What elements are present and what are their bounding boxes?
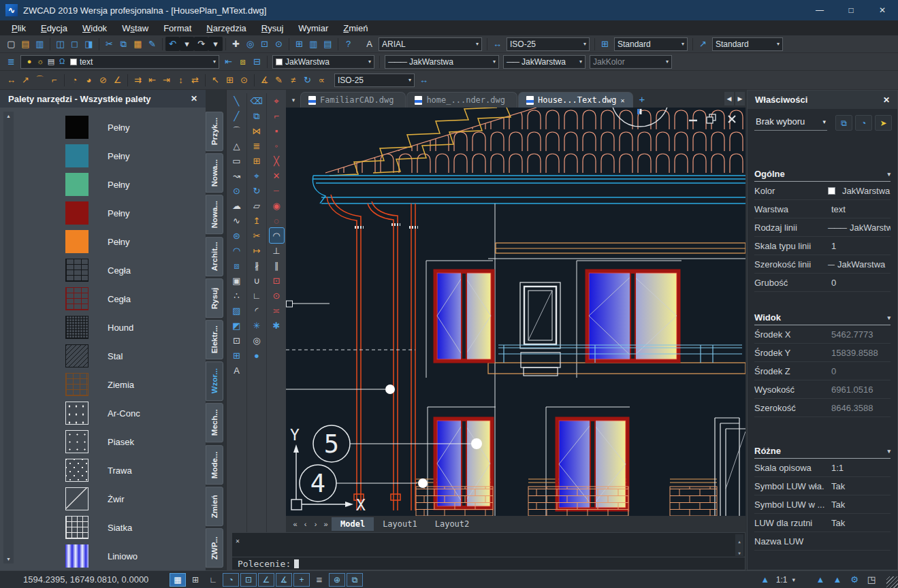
plot-icon[interactable]: ◨ xyxy=(82,37,96,51)
property-row[interactable]: Kolor JakWarstwa xyxy=(754,182,891,200)
sheet-set-icon[interactable]: ▤ xyxy=(321,37,335,51)
property-row[interactable]: Środek Y 15839.8588 xyxy=(754,344,891,362)
dim-baseline-icon[interactable]: ⇤ xyxy=(145,73,159,87)
dim-continue-icon[interactable]: ⇥ xyxy=(159,73,174,87)
document-tab[interactable]: House...Text.dwg ✕ xyxy=(518,92,633,108)
layer-lock-icon[interactable]: Ω xyxy=(57,54,67,69)
arc-icon[interactable]: ⌒ xyxy=(229,123,244,138)
palette-close-icon[interactable]: ✕ xyxy=(191,94,197,103)
dim-angular-icon[interactable]: ∠ xyxy=(110,73,125,87)
zoom-realtime-icon[interactable]: ◎ xyxy=(243,37,257,51)
open-icon[interactable]: ▤ xyxy=(18,37,33,51)
circle-icon[interactable]: ⊙ xyxy=(229,183,244,198)
quick-select-icon[interactable]: ⧉ xyxy=(835,115,852,131)
snap-tangent-icon[interactable]: ◠ xyxy=(270,228,284,243)
palette-item[interactable]: Piasek xyxy=(18,427,204,456)
snap-center-icon[interactable]: ◉ xyxy=(270,198,284,213)
print-icon[interactable]: ◫ xyxy=(53,37,67,51)
dim-style-combo-2[interactable]: ISO-25▾ xyxy=(334,74,415,87)
tab-scroll-left-icon[interactable]: ◀ xyxy=(724,92,734,105)
zoom-previous-icon[interactable]: ⊙ xyxy=(272,37,286,51)
collapse-icon[interactable]: ▾ xyxy=(887,171,891,178)
snap-insert-icon[interactable]: ⊡ xyxy=(270,273,284,288)
next-layout-button[interactable]: › xyxy=(310,518,321,530)
redo-dropdown-icon[interactable]: ▾ xyxy=(208,37,223,51)
fullscreen-icon[interactable]: ◳ xyxy=(865,574,878,586)
layer-properties-icon[interactable]: ≣ xyxy=(4,54,18,69)
construction-line-icon[interactable]: ╱ xyxy=(229,108,244,123)
snap-apparent-intersection-icon[interactable]: ✕ xyxy=(270,168,284,183)
palette-tab[interactable]: Mode... xyxy=(206,445,223,485)
palette-tab[interactable]: Rysuj xyxy=(206,278,223,318)
layout-tab[interactable]: Model xyxy=(332,517,374,531)
ellipse-arc-icon[interactable]: ◠ xyxy=(229,243,244,258)
document-tab[interactable]: home_...nder.dwg xyxy=(406,92,517,108)
snap-midpoint-icon[interactable]: ◦ xyxy=(270,138,284,153)
redo-icon[interactable]: ↷ xyxy=(194,37,208,51)
stretch-icon[interactable]: ↥ xyxy=(250,213,264,228)
snap-from-icon[interactable]: ⌐ xyxy=(270,108,284,123)
lineweight-toggle-icon[interactable]: + xyxy=(293,573,310,587)
scale-dropdown-icon[interactable]: ▾ xyxy=(792,576,795,583)
dim-update-icon[interactable]: ↻ xyxy=(300,73,315,87)
palette-item[interactable]: Żwir xyxy=(18,485,204,513)
minimize-button[interactable]: — xyxy=(804,0,835,20)
menu-item[interactable]: Rysuj xyxy=(254,20,291,35)
tab-list-dropdown-icon[interactable]: ▾ xyxy=(287,93,300,108)
fillet-icon[interactable]: ◜ xyxy=(250,303,264,318)
palette-item[interactable]: Pełny xyxy=(18,199,204,227)
otrack-toggle-icon[interactable]: ∡ xyxy=(276,573,292,587)
snap-extension-icon[interactable]: ┈ xyxy=(270,183,284,198)
property-row[interactable]: Środek Z 0 xyxy=(754,362,891,380)
document-tab[interactable]: FamiliarCAD.dwg xyxy=(300,92,406,108)
mirror-icon[interactable]: ⋈ xyxy=(250,123,264,138)
explode-icon[interactable]: ✳ xyxy=(250,318,264,333)
property-row[interactable]: Nazwa LUW xyxy=(754,532,891,551)
dim-break-icon[interactable]: ⇄ xyxy=(188,73,202,87)
snap-toggle-icon[interactable]: ▦ xyxy=(170,573,186,587)
dim-diameter-icon[interactable]: ⊘ xyxy=(96,73,110,87)
gradient-icon[interactable]: ◩ xyxy=(229,318,244,333)
property-row[interactable]: Symbol LUW w ... Tak xyxy=(754,495,891,514)
palette-tab[interactable]: Wzor... xyxy=(206,361,223,401)
snap-node-icon[interactable]: ⊙ xyxy=(270,288,284,303)
lineweight-combo[interactable]: —— JakWarstwa ▾ xyxy=(503,55,586,69)
mleader-style-combo[interactable]: Standard▾ xyxy=(712,37,783,51)
palette-tab[interactable]: Elektr... xyxy=(206,320,223,359)
layer-plot-icon[interactable]: ▤ xyxy=(46,54,57,69)
dim-radius-icon[interactable]: ◔ xyxy=(67,73,82,87)
spline-icon[interactable]: ∿ xyxy=(229,213,244,228)
collapse-icon[interactable]: ▾ xyxy=(887,448,891,455)
palette-tab[interactable]: Przyk... xyxy=(206,112,223,151)
table-icon[interactable]: ⊞ xyxy=(229,348,244,363)
palette-tab[interactable]: Mech... xyxy=(206,403,223,442)
join-icon[interactable]: ∪ xyxy=(250,273,264,288)
close-button[interactable]: ✕ xyxy=(867,0,898,20)
revision-cloud-icon[interactable]: ☁ xyxy=(229,198,244,213)
command-scrollbar[interactable]: ▲ ▼ xyxy=(735,534,743,556)
trim-icon[interactable]: ✂ xyxy=(250,228,264,243)
dim-reassociate-icon[interactable]: ∝ xyxy=(315,73,329,87)
menu-item[interactable]: Plik xyxy=(4,20,33,35)
dim-aligned-icon[interactable]: ↗ xyxy=(18,73,33,87)
property-row[interactable]: Wysokość 6961.0516 xyxy=(754,380,891,399)
linetype-combo[interactable]: ——— JakWarstwa ▾ xyxy=(385,55,499,69)
palette-item[interactable]: Cegła xyxy=(18,284,204,313)
annotation-visibility-icon[interactable]: ▲ xyxy=(814,574,827,586)
palette-item[interactable]: Hound xyxy=(18,313,204,342)
point-icon[interactable]: ∴ xyxy=(229,288,244,303)
dim-style-combo[interactable]: ISO-25▾ xyxy=(507,37,590,51)
hatch-icon[interactable]: ▨ xyxy=(229,303,244,318)
menu-item[interactable]: Edycja xyxy=(33,20,75,35)
layer-freeze-icon[interactable]: ☼ xyxy=(35,54,46,69)
property-row[interactable]: Skala opisowa 1:1 xyxy=(754,459,891,477)
dim-center-mark-icon[interactable]: ⊙ xyxy=(237,73,251,87)
scroll-up-icon[interactable]: ▲ xyxy=(738,536,741,547)
command-close-icon[interactable]: ✕ xyxy=(236,535,240,546)
layout-tab[interactable]: Layout2 xyxy=(426,517,479,531)
polyline-icon[interactable]: ↝ xyxy=(229,168,244,183)
last-layout-button[interactable]: » xyxy=(321,518,331,530)
palette-tab[interactable]: ZWP... xyxy=(206,528,223,568)
ellipse-icon[interactable]: ⊜ xyxy=(229,228,244,243)
annotation-scale-icon[interactable]: ▲ xyxy=(759,574,771,586)
